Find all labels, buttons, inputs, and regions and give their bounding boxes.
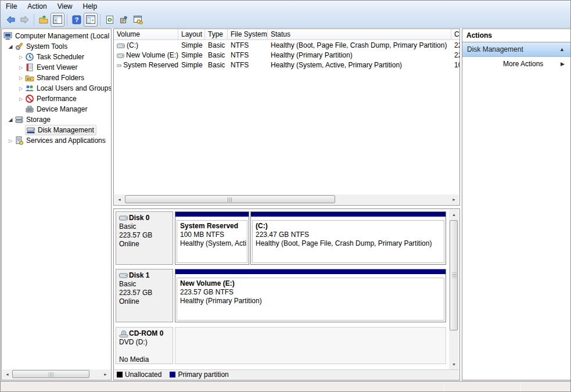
tree-item-task-scheduler[interactable]: ▷ Task Scheduler [2,52,111,62]
volume-list-horizontal-scrollbar[interactable]: ◄ ► [114,195,459,204]
expand-arrow-icon[interactable]: ▷ [17,86,25,91]
tree-item-storage[interactable]: ◢ Storage [2,114,111,125]
storage-icon [15,115,24,124]
partition-c-drive[interactable]: (C:) 223.47 GB NTFS Healthy (Boot, Page … [250,211,446,265]
disk-size: 223.57 GB [119,289,171,297]
tree-horizontal-scrollbar[interactable]: ◄ ► [2,369,110,379]
volume-layout: Simple [178,60,205,70]
partition-size: 100 MB NTFS [180,231,244,239]
tree-item-computer-management[interactable]: Computer Management (Local [2,31,111,41]
scrollbar-thumb[interactable] [12,370,89,378]
cdrom-media-area[interactable] [175,327,446,364]
tree-item-shared-folders[interactable]: ▷ Shared Folders [2,73,111,83]
disk-1-info[interactable]: Disk 1 Basic 223.57 GB Online [116,269,173,322]
primary-partition-color-band [175,212,249,218]
legend-label: Unallocated [125,371,161,379]
disk-0-info[interactable]: Disk 0 Basic 223.57 GB Online [116,211,173,265]
tree-item-device-manager[interactable]: Device Manager [2,104,111,114]
partition-name: System Reserved [180,222,244,231]
export-list-button[interactable] [37,13,51,27]
expand-arrow-icon[interactable]: ▷ [17,55,25,60]
forward-button[interactable] [17,13,31,27]
partition-size: 223.57 GB NTFS [180,288,441,297]
tree-item-local-users-and-groups[interactable]: ▷ Local Users and Groups [2,83,111,93]
local-users-icon [25,84,34,93]
tree-item-event-viewer[interactable]: ▷ Event Viewer [2,62,111,73]
legend-unallocated: Unallocated [117,371,161,379]
help-button[interactable]: ? [70,13,84,27]
computer-icon [3,31,13,41]
show-action-pane-button[interactable] [84,13,98,27]
back-icon [6,15,16,24]
cdrom-0-info[interactable]: CD-ROM 0 DVD (D:) No Media [116,327,173,364]
disk-type: Basic [119,222,171,231]
properties-icon [119,15,128,24]
device-manager-icon [25,105,34,114]
volume-icon [117,63,121,69]
scroll-right-arrow[interactable]: ► [449,195,459,204]
forward-icon [20,15,30,24]
column-header-volume[interactable]: Volume [114,29,178,40]
manage-button[interactable] [131,13,145,27]
tree-item-label: Computer Management (Local [15,32,109,40]
partition-new-volume-e[interactable]: New Volume (E:) 223.57 GB NTFS Healthy (… [175,269,446,322]
volume-file-system: NTFS [228,60,268,70]
tree-item-services-and-applications[interactable]: ▷ Services and Applications [2,135,111,146]
partition-name: (C:) [256,222,441,231]
volume-status: Healthy (Primary Partition) [268,51,451,60]
scroll-right-arrow[interactable]: ► [100,369,110,379]
disk-name: Disk 1 [129,271,149,280]
scroll-left-arrow[interactable]: ◄ [2,369,12,379]
menu-help[interactable]: Help [78,1,103,12]
expand-arrow-icon[interactable]: ▷ [17,65,25,70]
volume-row-new-volume-e[interactable]: New Volume (E:) Simple Basic NTFS Health… [114,51,459,60]
scroll-left-arrow[interactable]: ◄ [114,195,124,204]
partition-size: 223.47 GB NTFS [256,231,441,239]
column-header-layout[interactable]: Layout [178,29,205,40]
expand-arrow-icon[interactable]: ▷ [17,75,25,81]
scroll-down-arrow[interactable]: ▼ [449,359,459,369]
volume-layout: Simple [178,51,205,60]
column-header-type[interactable]: Type [205,29,228,40]
expand-arrow-icon[interactable]: ▷ [17,96,25,102]
back-button[interactable] [3,13,17,27]
volume-row-c[interactable]: (C:) Simple Basic NTFS Healthy (Boot, Pa… [114,41,459,51]
collapse-group-icon[interactable]: ▲ [559,42,565,56]
partition-name: New Volume (E:) [180,279,441,288]
collapse-arrow-icon[interactable]: ◢ [6,44,15,49]
properties-button[interactable] [117,13,131,27]
cdrom-icon [119,330,128,337]
show-console-tree-button[interactable] [51,13,64,27]
scroll-up-arrow[interactable]: ▲ [449,210,459,220]
refresh-button[interactable] [103,13,117,27]
column-header-file-system[interactable]: File System [228,29,268,40]
status-bar-separator [444,383,444,391]
scrollbar-thumb[interactable] [125,195,335,203]
column-header-capacity[interactable]: C [451,29,459,40]
tree-item-disk-management[interactable]: Disk Management [2,125,111,135]
tree-item-system-tools[interactable]: ◢ System Tools [2,41,111,52]
menu-view[interactable]: View [52,1,78,12]
collapse-arrow-icon[interactable]: ◢ [6,117,15,123]
column-header-status[interactable]: Status [268,29,451,40]
volume-row-system-reserved[interactable]: System Reserved Simple Basic NTFS Health… [114,60,459,70]
system-tools-icon [15,42,24,51]
primary-partition-swatch [170,372,175,377]
menu-file[interactable]: File [1,1,22,12]
cdrom-status: No Media [119,355,171,364]
disk-status: Online [119,240,171,249]
cdrom-0-row: CD-ROM 0 DVD (D:) No Media [116,327,460,364]
scrollbar-thumb[interactable] [450,220,458,330]
menu-action[interactable]: Action [22,1,52,12]
disk-icon [119,215,128,221]
legend-primary-partition: Primary partition [170,371,228,379]
more-actions-item[interactable]: More Actions ▶ [462,57,570,71]
toolbar-separator [100,14,100,26]
expand-arrow-icon[interactable]: ▷ [6,138,15,143]
tree-item-performance[interactable]: ▷ Performance [2,93,111,104]
volume-name: (C:) [127,41,138,51]
partition-system-reserved[interactable]: System Reserved 100 MB NTFS Healthy (Sys… [175,211,249,265]
disk-pane-vertical-scrollbar[interactable]: ▲ ▼ [449,210,459,369]
actions-group-disk-management[interactable]: Disk Management ▲ [462,42,570,57]
disk-type: Basic [119,280,171,289]
